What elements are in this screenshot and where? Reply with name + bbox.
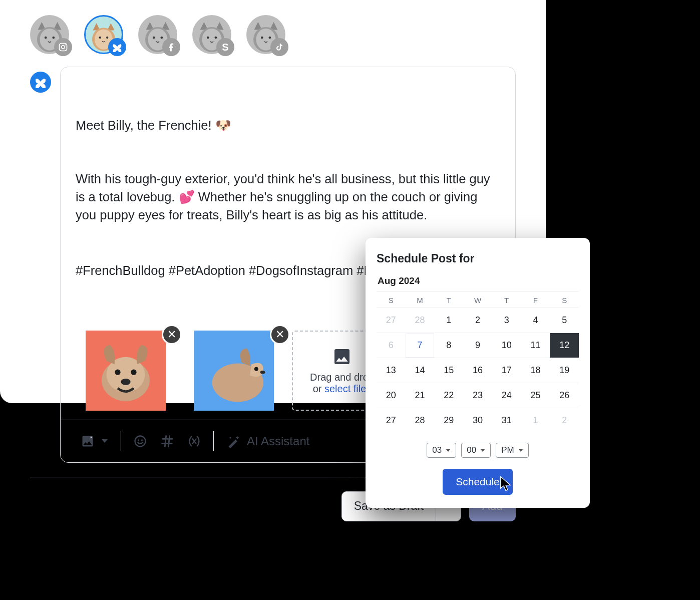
chevron-down-icon <box>480 449 485 452</box>
tiktok-icon <box>270 38 288 56</box>
media-thumb[interactable]: ✕ <box>76 331 176 411</box>
calendar-day[interactable]: 24 <box>492 383 521 408</box>
svg-point-13 <box>153 37 155 39</box>
media-dropdown-caret-icon[interactable] <box>102 439 108 443</box>
accounts-row: S <box>30 15 516 54</box>
svg-point-26 <box>115 370 120 375</box>
calendar-dow: S <box>377 292 406 308</box>
active-platform-chip <box>30 72 51 93</box>
hashtag-icon[interactable] <box>156 430 178 452</box>
account-tiktok[interactable] <box>246 15 285 54</box>
hour-value: 03 <box>432 445 442 455</box>
calendar-day[interactable]: 22 <box>434 383 463 408</box>
post-text-line1: Meet Billy, the Frenchie! 🐶 <box>76 117 500 135</box>
ampm-select[interactable]: PM <box>496 443 529 458</box>
add-media-group[interactable] <box>72 427 113 455</box>
calendar-day[interactable]: 2 <box>463 308 492 333</box>
calendar-day[interactable]: 3 <box>492 308 521 333</box>
svg-point-10 <box>106 37 108 39</box>
svg-point-34 <box>135 436 146 446</box>
calendar-day[interactable]: 11 <box>521 333 550 358</box>
svg-point-31 <box>254 367 258 371</box>
ai-assistant-label: AI Assistant <box>247 434 309 448</box>
calendar-day[interactable]: 27 <box>377 408 406 433</box>
media-image <box>76 331 176 411</box>
svg-point-2 <box>45 37 47 39</box>
calendar-day[interactable]: 7 <box>406 333 435 358</box>
account-facebook[interactable] <box>138 15 177 54</box>
calendar-day[interactable]: 18 <box>521 358 550 383</box>
calendar-day: 28 <box>406 308 435 333</box>
calendar-day[interactable]: 12 <box>550 333 579 358</box>
svg-point-6 <box>65 44 66 45</box>
calendar-day[interactable]: 10 <box>492 333 521 358</box>
emoji-icon[interactable] <box>129 430 151 452</box>
calendar-dow-row: SMTWTFS <box>377 291 579 308</box>
calendar-day[interactable]: 26 <box>550 383 579 408</box>
bluesky-icon <box>108 38 126 56</box>
account-spoutible[interactable]: S <box>192 15 231 54</box>
calendar-day[interactable]: 15 <box>434 358 463 383</box>
calendar-day[interactable]: 14 <box>406 358 435 383</box>
calendar-day[interactable]: 21 <box>406 383 435 408</box>
calendar-day[interactable]: 1 <box>434 308 463 333</box>
svg-point-17 <box>207 37 209 39</box>
media-thumb[interactable]: ✕ <box>184 331 284 411</box>
svg-point-35 <box>138 439 139 441</box>
post-text-body: With his tough-guy exterior, you'd think… <box>76 170 500 224</box>
account-instagram[interactable] <box>30 15 69 54</box>
calendar-day[interactable]: 9 <box>463 333 492 358</box>
calendar-dow: W <box>463 292 492 308</box>
svg-point-18 <box>214 37 217 39</box>
account-bluesky[interactable] <box>84 15 123 54</box>
magic-wand-icon <box>227 434 241 448</box>
svg-point-14 <box>160 37 163 39</box>
svg-point-21 <box>261 37 263 39</box>
remove-media-icon[interactable]: ✕ <box>162 325 182 345</box>
calendar-day[interactable]: 25 <box>521 383 550 408</box>
ampm-value: PM <box>501 445 514 455</box>
calendar-day[interactable]: 4 <box>521 308 550 333</box>
calendar-day[interactable]: 16 <box>463 358 492 383</box>
calendar-day[interactable]: 30 <box>463 408 492 433</box>
calendar-day[interactable]: 29 <box>434 408 463 433</box>
hour-select[interactable]: 03 <box>427 443 456 458</box>
calendar-day: 2 <box>550 408 579 433</box>
calendar-dow: F <box>521 292 550 308</box>
calendar-days-grid: 2728123456789101112131415161718192021222… <box>377 308 579 433</box>
svg-point-28 <box>121 379 130 385</box>
image-placeholder-icon <box>332 347 352 367</box>
svg-point-36 <box>141 439 143 441</box>
minute-select[interactable]: 00 <box>461 443 491 458</box>
svg-point-5 <box>62 46 65 49</box>
chevron-down-icon <box>446 449 451 452</box>
calendar-day[interactable]: 13 <box>377 358 406 383</box>
calendar-dow: T <box>492 292 521 308</box>
calendar-day[interactable]: 28 <box>406 408 435 433</box>
calendar-day: 27 <box>377 308 406 333</box>
calendar-day[interactable]: 17 <box>492 358 521 383</box>
calendar-day[interactable]: 8 <box>434 333 463 358</box>
select-files-link[interactable]: select files <box>324 383 371 394</box>
ai-assistant-button[interactable]: AI Assistant <box>222 431 314 451</box>
toolbar-divider <box>121 431 121 451</box>
svg-point-32 <box>260 371 265 374</box>
svg-point-27 <box>131 370 136 375</box>
variable-icon[interactable] <box>183 430 205 452</box>
calendar-day[interactable]: 31 <box>492 408 521 433</box>
chevron-down-icon <box>518 449 523 452</box>
calendar-day[interactable]: 5 <box>550 308 579 333</box>
image-add-icon[interactable] <box>77 430 99 452</box>
calendar-day[interactable]: 20 <box>377 383 406 408</box>
time-picker-row: 03 00 PM <box>377 443 579 458</box>
calendar-day[interactable]: 23 <box>463 383 492 408</box>
toolbar-divider <box>213 431 214 451</box>
media-image <box>184 331 284 411</box>
minute-value: 00 <box>467 445 476 455</box>
remove-media-icon[interactable]: ✕ <box>270 325 290 345</box>
calendar-month-label: Aug 2024 <box>377 275 579 286</box>
calendar-day[interactable]: 19 <box>550 358 579 383</box>
calendar-dow: T <box>434 292 463 308</box>
calendar-dow: M <box>406 292 435 308</box>
calendar-day: 1 <box>521 408 550 433</box>
